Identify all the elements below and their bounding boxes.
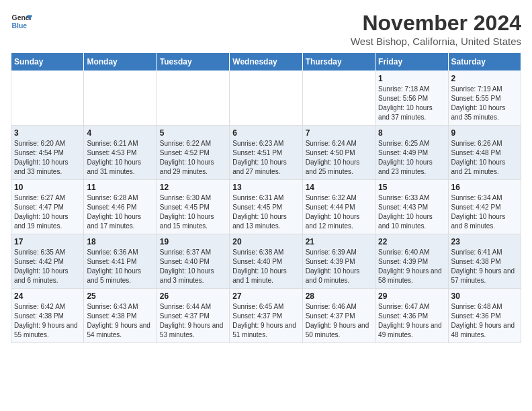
day-of-week-header: Monday: [84, 53, 157, 71]
day-number: 28: [306, 291, 372, 301]
calendar-cell: 11Sunrise: 6:28 AM Sunset: 4:46 PM Dayli…: [84, 180, 157, 234]
svg-text:Blue: Blue: [12, 22, 28, 30]
day-info: Sunrise: 7:18 AM Sunset: 5:56 PM Dayligh…: [378, 85, 445, 122]
day-info: Sunrise: 6:36 AM Sunset: 4:41 PM Dayligh…: [87, 248, 153, 285]
day-number: 1: [378, 74, 445, 83]
calendar-cell: 17Sunrise: 6:35 AM Sunset: 4:42 PM Dayli…: [11, 234, 84, 289]
day-info: Sunrise: 6:44 AM Sunset: 4:37 PM Dayligh…: [160, 302, 226, 340]
calendar-cell: 15Sunrise: 6:33 AM Sunset: 4:43 PM Dayli…: [375, 180, 448, 234]
day-info: Sunrise: 6:35 AM Sunset: 4:42 PM Dayligh…: [14, 248, 81, 285]
day-number: 24: [14, 291, 81, 301]
day-number: 22: [378, 237, 445, 246]
day-info: Sunrise: 6:22 AM Sunset: 4:52 PM Dayligh…: [160, 139, 226, 177]
day-number: 10: [14, 183, 81, 192]
day-of-week-header: Saturday: [448, 53, 521, 71]
day-info: Sunrise: 6:33 AM Sunset: 4:43 PM Dayligh…: [378, 193, 445, 231]
calendar-cell: 28Sunrise: 6:46 AM Sunset: 4:37 PM Dayli…: [302, 289, 375, 343]
day-of-week-header: Thursday: [302, 53, 375, 71]
calendar-cell: [157, 71, 229, 126]
logo: General Blue: [11, 11, 32, 32]
calendar-cell: 14Sunrise: 6:32 AM Sunset: 4:44 PM Dayli…: [302, 180, 375, 234]
day-number: 29: [378, 291, 445, 301]
calendar-cell: 7Sunrise: 6:24 AM Sunset: 4:50 PM Daylig…: [302, 126, 375, 180]
day-number: 30: [451, 291, 518, 301]
day-info: Sunrise: 6:43 AM Sunset: 4:38 PM Dayligh…: [87, 302, 153, 340]
calendar-cell: 30Sunrise: 6:48 AM Sunset: 4:36 PM Dayli…: [448, 289, 521, 343]
calendar-week-row: 3Sunrise: 6:20 AM Sunset: 4:54 PM Daylig…: [11, 126, 521, 180]
day-info: Sunrise: 6:47 AM Sunset: 4:36 PM Dayligh…: [378, 302, 445, 340]
day-info: Sunrise: 6:40 AM Sunset: 4:39 PM Dayligh…: [378, 248, 445, 285]
calendar-cell: 26Sunrise: 6:44 AM Sunset: 4:37 PM Dayli…: [157, 289, 229, 343]
title-area: November 2024 West Bishop, California, U…: [351, 11, 521, 47]
calendar-header-row: SundayMondayTuesdayWednesdayThursdayFrid…: [11, 53, 521, 71]
day-number: 19: [160, 237, 226, 246]
day-info: Sunrise: 6:32 AM Sunset: 4:44 PM Dayligh…: [306, 193, 372, 231]
calendar-cell: 6Sunrise: 6:23 AM Sunset: 4:51 PM Daylig…: [230, 126, 302, 180]
calendar-cell: 3Sunrise: 6:20 AM Sunset: 4:54 PM Daylig…: [11, 126, 84, 180]
calendar-cell: 9Sunrise: 6:26 AM Sunset: 4:48 PM Daylig…: [448, 126, 521, 180]
calendar-cell: 19Sunrise: 6:37 AM Sunset: 4:40 PM Dayli…: [157, 234, 229, 289]
day-info: Sunrise: 6:38 AM Sunset: 4:40 PM Dayligh…: [232, 248, 299, 285]
day-info: Sunrise: 6:20 AM Sunset: 4:54 PM Dayligh…: [14, 139, 81, 177]
day-number: 18: [87, 237, 153, 246]
calendar-cell: 18Sunrise: 6:36 AM Sunset: 4:41 PM Dayli…: [84, 234, 157, 289]
day-info: Sunrise: 6:28 AM Sunset: 4:46 PM Dayligh…: [87, 193, 153, 231]
day-info: Sunrise: 6:37 AM Sunset: 4:40 PM Dayligh…: [160, 248, 226, 285]
day-info: Sunrise: 6:46 AM Sunset: 4:37 PM Dayligh…: [306, 302, 372, 340]
day-number: 17: [14, 237, 81, 246]
day-info: Sunrise: 6:23 AM Sunset: 4:51 PM Dayligh…: [232, 139, 299, 177]
day-number: 21: [306, 237, 372, 246]
day-number: 4: [87, 128, 153, 138]
calendar-week-row: 10Sunrise: 6:27 AM Sunset: 4:47 PM Dayli…: [11, 180, 521, 234]
day-number: 16: [451, 183, 518, 192]
day-info: Sunrise: 6:27 AM Sunset: 4:47 PM Dayligh…: [14, 193, 81, 231]
day-number: 23: [451, 237, 518, 246]
calendar-cell: 25Sunrise: 6:43 AM Sunset: 4:38 PM Dayli…: [84, 289, 157, 343]
calendar-cell: 8Sunrise: 6:25 AM Sunset: 4:49 PM Daylig…: [375, 126, 448, 180]
day-info: Sunrise: 7:19 AM Sunset: 5:55 PM Dayligh…: [451, 85, 518, 122]
day-info: Sunrise: 6:39 AM Sunset: 4:39 PM Dayligh…: [306, 248, 372, 285]
header: General Blue November 2024 West Bishop, …: [11, 11, 521, 47]
day-info: Sunrise: 6:25 AM Sunset: 4:49 PM Dayligh…: [378, 139, 445, 177]
calendar-cell: 1Sunrise: 7:18 AM Sunset: 5:56 PM Daylig…: [375, 71, 448, 126]
day-of-week-header: Friday: [375, 53, 448, 71]
month-title: November 2024: [351, 11, 521, 36]
day-number: 6: [232, 128, 299, 138]
day-of-week-header: Wednesday: [230, 53, 302, 71]
calendar-cell: 20Sunrise: 6:38 AM Sunset: 4:40 PM Dayli…: [230, 234, 302, 289]
calendar-cell: 24Sunrise: 6:42 AM Sunset: 4:38 PM Dayli…: [11, 289, 84, 343]
day-number: 12: [160, 183, 226, 192]
calendar-week-row: 1Sunrise: 7:18 AM Sunset: 5:56 PM Daylig…: [11, 71, 521, 126]
calendar-cell: 29Sunrise: 6:47 AM Sunset: 4:36 PM Dayli…: [375, 289, 448, 343]
calendar-cell: [84, 71, 157, 126]
logo-icon: General Blue: [11, 11, 32, 32]
calendar-cell: 4Sunrise: 6:21 AM Sunset: 4:53 PM Daylig…: [84, 126, 157, 180]
calendar-cell: 16Sunrise: 6:34 AM Sunset: 4:42 PM Dayli…: [448, 180, 521, 234]
calendar-cell: 13Sunrise: 6:31 AM Sunset: 4:45 PM Dayli…: [230, 180, 302, 234]
day-info: Sunrise: 6:24 AM Sunset: 4:50 PM Dayligh…: [306, 139, 372, 177]
calendar-week-row: 17Sunrise: 6:35 AM Sunset: 4:42 PM Dayli…: [11, 234, 521, 289]
day-number: 2: [451, 74, 518, 83]
day-number: 11: [87, 183, 153, 192]
calendar-cell: 10Sunrise: 6:27 AM Sunset: 4:47 PM Dayli…: [11, 180, 84, 234]
calendar-cell: 2Sunrise: 7:19 AM Sunset: 5:55 PM Daylig…: [448, 71, 521, 126]
calendar-cell: 21Sunrise: 6:39 AM Sunset: 4:39 PM Dayli…: [302, 234, 375, 289]
day-number: 7: [306, 128, 372, 138]
day-number: 25: [87, 291, 153, 301]
day-number: 27: [232, 291, 299, 301]
day-of-week-header: Tuesday: [157, 53, 229, 71]
day-number: 15: [378, 183, 445, 192]
day-number: 26: [160, 291, 226, 301]
calendar-cell: 5Sunrise: 6:22 AM Sunset: 4:52 PM Daylig…: [157, 126, 229, 180]
day-number: 14: [306, 183, 372, 192]
day-of-week-header: Sunday: [11, 53, 84, 71]
day-info: Sunrise: 6:48 AM Sunset: 4:36 PM Dayligh…: [451, 302, 518, 340]
day-info: Sunrise: 6:45 AM Sunset: 4:37 PM Dayligh…: [232, 302, 299, 340]
day-info: Sunrise: 6:30 AM Sunset: 4:45 PM Dayligh…: [160, 193, 226, 231]
calendar-cell: 27Sunrise: 6:45 AM Sunset: 4:37 PM Dayli…: [230, 289, 302, 343]
day-number: 9: [451, 128, 518, 138]
day-number: 3: [14, 128, 81, 138]
day-info: Sunrise: 6:42 AM Sunset: 4:38 PM Dayligh…: [14, 302, 81, 340]
calendar-cell: 23Sunrise: 6:41 AM Sunset: 4:38 PM Dayli…: [448, 234, 521, 289]
day-info: Sunrise: 6:41 AM Sunset: 4:38 PM Dayligh…: [451, 248, 518, 285]
